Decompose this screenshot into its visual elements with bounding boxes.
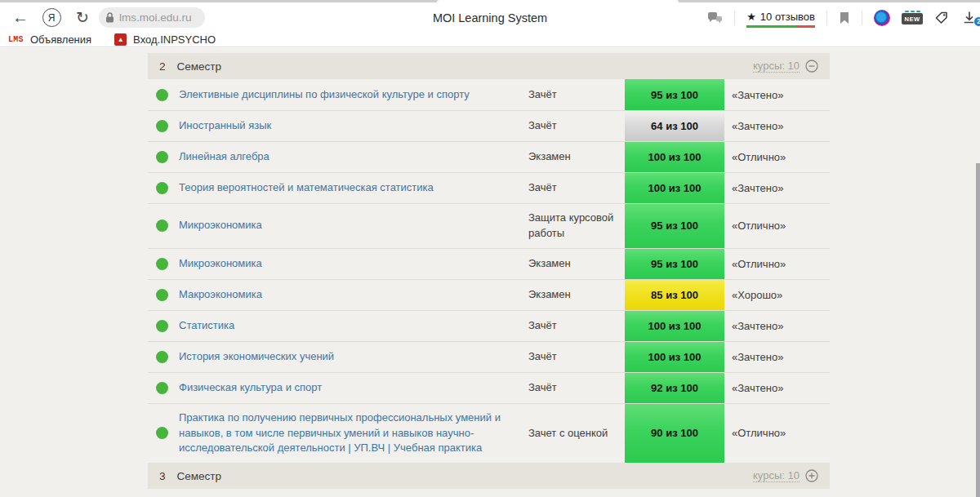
bookmark-inpsycho[interactable]: ▲ Вход.INPSYCHO [114,33,216,46]
course-table-body: Элективные дисциплины по физической куль… [148,79,830,463]
lock-icon [105,12,114,23]
course-row: Иностранный язык Зачёт 64 из 100 «Зачтен… [148,110,830,141]
score-badge: 95 из 100 [625,204,724,248]
reviews-count-label: 10 отзывов [760,11,815,23]
status-dot-icon [156,182,168,194]
star-icon: ★ [746,11,756,23]
downloads-button[interactable]: 2 [960,11,978,24]
extension-color-circle-icon[interactable] [874,10,890,26]
status-dot-icon [156,89,168,101]
score-badge: 100 из 100 [625,142,724,172]
courses-count-link[interactable]: курсы: 10 [753,60,800,73]
bookmark-label: Вход.INPSYCHO [133,33,216,46]
toolbar-separator [734,11,735,25]
screenshot-extension-icon[interactable]: NEW [902,11,923,24]
exam-type: Зачёт [528,174,625,202]
grade-text: «Зачтено» [724,120,830,132]
semester-label: Семестр [177,470,222,482]
exam-type: Экзамен [528,281,625,309]
semester-label: Семестр [177,60,222,73]
grade-text: «Зачтено» [724,89,830,101]
status-dot-icon [156,320,168,332]
course-row: Микроэкономика Экзамен 95 из 100 «Отличн… [148,248,830,279]
rating-bar [746,25,815,28]
grade-text: «Хорошо» [724,289,830,301]
yandex-browser-icon[interactable]: Я [39,2,64,33]
pyramid-favicon: ▲ [114,33,127,46]
course-row: Теория вероятностей и математическая ста… [148,172,830,203]
grade-text: «Зачтено» [724,320,830,332]
score-badge: 100 из 100 [625,173,724,203]
course-link[interactable]: История экономических учений [179,343,528,371]
course-row: Линейная алгебра Экзамен 100 из 100 «Отл… [148,141,830,172]
score-badge: 95 из 100 [625,249,724,279]
course-link[interactable]: Теория вероятностей и математическая ста… [179,174,528,202]
score-badge: 100 из 100 [625,342,724,372]
score-badge: 92 из 100 [625,373,724,403]
course-link[interactable]: Иностранный язык [179,112,528,140]
score-badge: 95 из 100 [625,79,724,110]
course-link[interactable]: Микроэкономика [179,250,528,278]
status-dot-icon [156,151,168,163]
course-row: Элективные дисциплины по физической куль… [148,79,830,110]
tag-extension-icon[interactable] [934,11,949,24]
score-badge: 90 из 100 [625,404,724,464]
address-bar[interactable]: lms.moi.edu.ru [99,7,205,28]
course-link[interactable]: Элективные дисциплины по физической куль… [179,81,528,109]
course-row: Макроэкономика Экзамен 85 из 100 «Хорошо… [148,279,830,310]
semester-number: 3 [159,470,166,482]
course-row: Физическая культура и спорт Зачёт 92 из … [148,372,830,403]
page-content: 2 Семестр курсы: 10 Элективные дисциплин… [0,48,980,497]
course-link[interactable]: Микроэкономика [179,211,528,240]
exam-type: Экзамен [528,143,625,171]
status-dot-icon [156,427,168,439]
toolbar-separator [826,11,827,25]
courses-count-link[interactable]: курсы: 10 [753,469,800,482]
exam-type: Зачёт [528,312,625,340]
course-row: Микроэкономика Защита курсовой работы 95… [148,203,830,248]
exam-type: Экзамен [528,250,625,278]
downloads-count-badge: 2 [973,16,980,27]
feedback-icon[interactable] [707,11,723,24]
browser-toolbar: ← Я ↻ lms.moi.edu.ru MOI Learning System [0,2,980,33]
semester-2-header: 2 Семестр курсы: 10 [148,53,830,79]
capture-dashes-icon [905,11,920,12]
course-link[interactable]: Физическая культура и спорт [179,374,528,402]
status-dot-icon [156,258,168,270]
grade-text: «Зачтено» [724,351,830,363]
status-dot-icon [156,382,168,394]
bookmark-announcements[interactable]: LMS Объявления [8,33,91,46]
lms-favicon: LMS [8,35,24,44]
grades-table: 2 Семестр курсы: 10 Элективные дисциплин… [148,53,830,489]
bookmarks-bar: LMS Объявления ▲ Вход.INPSYCHO [0,33,980,47]
exam-type: Зачёт [528,112,625,140]
course-row: Статистика Зачёт 100 из 100 «Зачтено» [148,310,830,341]
grade-text: «Отлично» [724,427,830,439]
new-badge: NEW [902,13,923,24]
reviews-rating-button[interactable]: ★ 10 отзывов [746,11,815,24]
course-link[interactable]: Практика по получению первичных професси… [179,404,528,464]
grade-text: «Отлично» [724,258,830,270]
course-link[interactable]: Макроэкономика [179,281,528,309]
status-dot-icon [156,120,168,132]
back-button[interactable]: ← [8,2,33,33]
bookmark-label: Объявления [30,33,91,46]
score-badge: 100 из 100 [625,311,724,341]
expand-plus-icon[interactable] [805,469,818,482]
status-dot-icon [156,289,168,301]
bookmark-flag-icon[interactable] [839,11,850,24]
course-link[interactable]: Линейная алгебра [179,143,528,171]
collapse-minus-icon[interactable] [805,60,818,73]
exam-type: Защита курсовой работы [528,204,625,248]
refresh-button[interactable]: ↻ [70,2,95,33]
course-link[interactable]: Статистика [179,312,528,340]
grade-text: «Отлично» [724,151,830,163]
exam-type: Зачёт [528,374,625,402]
scrollbar-thumb[interactable] [976,163,980,497]
score-badge: 85 из 100 [625,280,724,310]
exam-type: Зачёт [528,81,625,109]
exam-type: Зачет с оценкой [528,419,625,448]
toolbar-right-icons: ★ 10 отзывов NEW [707,2,980,33]
course-row: История экономических учений Зачёт 100 и… [148,341,830,372]
status-dot-icon [156,220,168,232]
